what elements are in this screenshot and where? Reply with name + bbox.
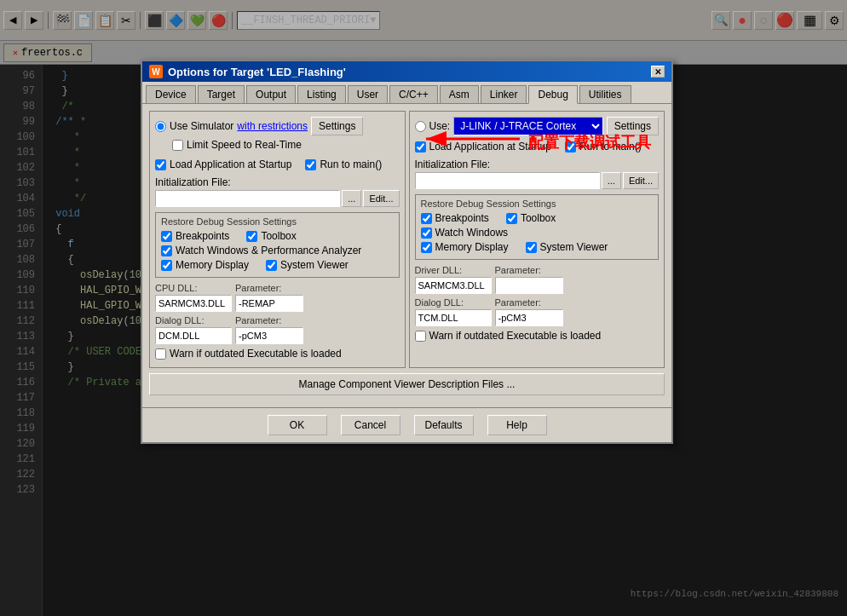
limit-speed-group: Limit Speed to Real-Time bbox=[172, 139, 400, 151]
init-browse-btn-left[interactable]: ... bbox=[342, 190, 361, 207]
dialog-dll-col-left: Dialog DLL: bbox=[155, 315, 232, 344]
driver-param-input[interactable] bbox=[495, 277, 563, 294]
dialog-param-col-left: Parameter: bbox=[235, 315, 303, 344]
restore-section-right: Restore Debug Session Settings Breakpoin… bbox=[415, 194, 660, 260]
dialog-dll-input-left[interactable] bbox=[155, 327, 232, 344]
init-file-row-left: ... Edit... bbox=[155, 190, 400, 207]
run-main-checkbox-right[interactable] bbox=[565, 141, 576, 153]
tab-device[interactable]: Device bbox=[146, 85, 196, 103]
limit-speed-checkbox[interactable] bbox=[172, 140, 183, 151]
manage-component-btn[interactable]: Manage Component Viewer Description File… bbox=[149, 373, 665, 395]
dialog-param-input-left[interactable] bbox=[235, 327, 303, 344]
init-file-input-right[interactable] bbox=[415, 172, 600, 189]
restrictions-link[interactable]: with restrictions bbox=[237, 120, 308, 132]
load-app-checkbox-right[interactable] bbox=[415, 141, 426, 153]
init-file-label-left: Initialization File: bbox=[155, 176, 400, 188]
use-dropdown[interactable]: J-LINK / J-TRACE Cortex bbox=[453, 117, 602, 135]
warn-outdated-checkbox-left[interactable] bbox=[155, 348, 166, 360]
tab-listing[interactable]: Listing bbox=[297, 85, 346, 103]
warn-outdated-checkbox-right[interactable] bbox=[415, 331, 426, 342]
restore-section-left: Restore Debug Session Settings Breakpoin… bbox=[155, 212, 400, 278]
breakpoints-label-left: Breakpoints bbox=[176, 230, 229, 242]
tab-debug[interactable]: Debug bbox=[528, 85, 577, 104]
left-settings-btn[interactable]: Settings bbox=[311, 117, 363, 135]
run-main-checkbox-left[interactable] bbox=[305, 159, 316, 170]
breakpoints-checkbox-left[interactable] bbox=[161, 231, 172, 242]
watch-windows-checkbox-right[interactable] bbox=[421, 227, 432, 239]
memory-display-label-left: Memory Display bbox=[176, 259, 249, 271]
dialog-param-label-right: Parameter: bbox=[495, 297, 563, 308]
system-viewer-checkbox-right[interactable] bbox=[526, 242, 537, 253]
restore-title-left: Restore Debug Session Settings bbox=[161, 216, 394, 227]
ok-button[interactable]: OK bbox=[268, 415, 327, 435]
memory-display-checkbox-right[interactable] bbox=[421, 242, 432, 253]
watch-windows-checkbox-left[interactable] bbox=[161, 245, 172, 256]
init-file-input-left[interactable] bbox=[155, 190, 340, 207]
toolbox-checkbox-right[interactable] bbox=[506, 213, 517, 224]
init-file-row-right: ... Edit... bbox=[415, 172, 660, 189]
driver-dll-input[interactable] bbox=[415, 277, 492, 294]
breakpoints-group-right: Breakpoints bbox=[421, 212, 489, 224]
help-button[interactable]: Help bbox=[487, 415, 547, 435]
dialog-dll-input-right[interactable] bbox=[415, 309, 492, 326]
right-column: Use: J-LINK / J-TRACE Cortex Settings Lo… bbox=[409, 111, 666, 368]
breakpoints-checkbox-right[interactable] bbox=[421, 213, 432, 224]
load-app-checkbox-left[interactable] bbox=[155, 159, 166, 170]
cpu-dll-input[interactable] bbox=[155, 295, 232, 312]
tab-target[interactable]: Target bbox=[198, 85, 245, 103]
defaults-button[interactable]: Defaults bbox=[414, 415, 474, 435]
system-viewer-group-left: System Viewer bbox=[266, 259, 349, 271]
system-viewer-group-right: System Viewer bbox=[526, 241, 608, 253]
use-row-right: Use: J-LINK / J-TRACE Cortex Settings bbox=[415, 117, 660, 135]
tab-cc[interactable]: C/C++ bbox=[389, 85, 438, 103]
use-label-right: Use: bbox=[429, 120, 451, 132]
run-main-group-right: Run to main() bbox=[565, 141, 642, 153]
tab-output[interactable]: Output bbox=[246, 85, 296, 103]
init-edit-btn-right[interactable]: Edit... bbox=[623, 172, 659, 189]
watch-windows-group-left: Watch Windows & Performance Analyzer bbox=[161, 245, 394, 256]
cancel-button[interactable]: Cancel bbox=[341, 415, 400, 435]
memory-display-checkbox-left[interactable] bbox=[161, 260, 172, 271]
run-main-label-left: Run to main() bbox=[320, 158, 382, 170]
toolbox-group-right: Toolbox bbox=[506, 212, 556, 224]
dialog-columns: Use Simulator with restrictions Settings… bbox=[149, 111, 665, 368]
dialog-dll-col-right: Dialog DLL: bbox=[415, 297, 492, 326]
options-dialog: W Options for Target 'LED_Flashing' ✕ De… bbox=[141, 60, 673, 444]
cpu-param-input[interactable] bbox=[235, 295, 303, 312]
system-viewer-label-left: System Viewer bbox=[280, 259, 349, 271]
init-edit-btn-left[interactable]: Edit... bbox=[363, 190, 399, 207]
simulator-radio[interactable] bbox=[155, 121, 166, 132]
load-app-label-left: Load Application at Startup bbox=[170, 158, 291, 170]
init-file-label-right: Initialization File: bbox=[415, 158, 660, 170]
dialog-footer: OK Cancel Defaults Help bbox=[142, 407, 671, 442]
run-main-group-left: Run to main() bbox=[305, 158, 382, 170]
driver-dll-label: Driver DLL: bbox=[415, 265, 492, 275]
cpu-param-col: Parameter: bbox=[235, 283, 303, 312]
init-browse-btn-right[interactable]: ... bbox=[602, 172, 621, 189]
system-viewer-label-right: System Viewer bbox=[540, 241, 608, 253]
tab-user[interactable]: User bbox=[348, 85, 388, 103]
dialog-param-input-right[interactable] bbox=[495, 309, 563, 326]
dialog-dll-row-right: Dialog DLL: Parameter: bbox=[415, 297, 660, 326]
tab-asm[interactable]: Asm bbox=[440, 85, 479, 103]
simulator-radio-group: Use Simulator with restrictions Settings bbox=[155, 117, 400, 135]
toolbox-checkbox-left[interactable] bbox=[246, 231, 257, 242]
cpu-dll-row: CPU DLL: Parameter: bbox=[155, 283, 400, 312]
tab-linker[interactable]: Linker bbox=[481, 85, 527, 103]
dialog-body: Use Simulator with restrictions Settings… bbox=[142, 104, 671, 407]
driver-dll-row: Driver DLL: Parameter: bbox=[415, 265, 660, 294]
use-radio[interactable] bbox=[415, 121, 426, 132]
dialog-dll-label-left: Dialog DLL: bbox=[155, 315, 232, 325]
dialog-dll-row-left: Dialog DLL: Parameter: bbox=[155, 315, 400, 344]
system-viewer-checkbox-left[interactable] bbox=[266, 260, 277, 271]
dll-section-right: Driver DLL: Parameter: Dialog DLL: bbox=[415, 265, 660, 326]
dialog-title: Options for Target 'LED_Flashing' bbox=[168, 66, 346, 78]
run-main-label-right: Run to main() bbox=[579, 141, 642, 153]
dialog-close-button[interactable]: ✕ bbox=[651, 66, 665, 78]
tab-utilities[interactable]: Utilities bbox=[579, 85, 631, 103]
watch-windows-label-left: Watch Windows & Performance Analyzer bbox=[176, 245, 361, 256]
toolbox-label-right: Toolbox bbox=[521, 212, 556, 224]
right-settings-btn[interactable]: Settings bbox=[607, 117, 659, 135]
load-app-label-right: Load Application at Startup bbox=[429, 141, 551, 153]
memory-display-label-right: Memory Display bbox=[435, 241, 509, 253]
